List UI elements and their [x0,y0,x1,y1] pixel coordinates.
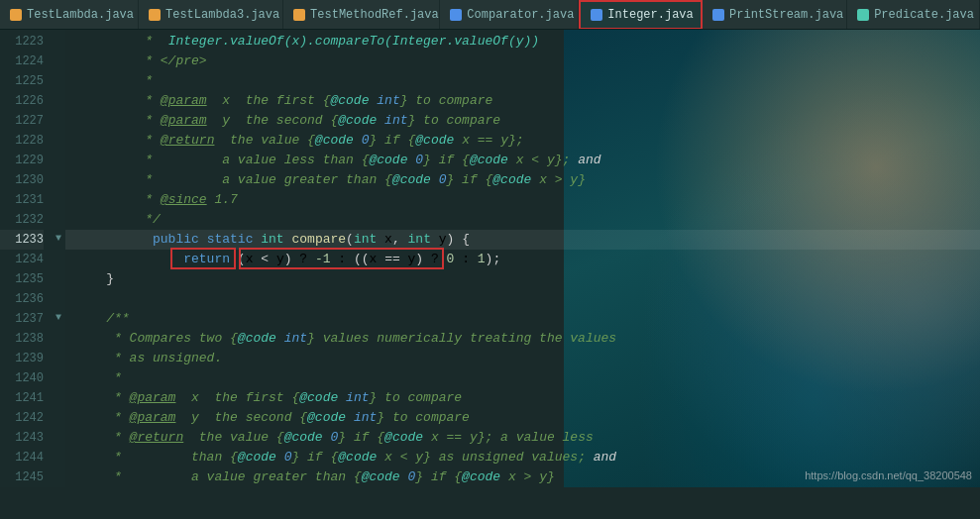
code-text-1241: * @param x the first {@code int} to comp… [75,388,462,408]
code-text-1239: * as unsigned. [75,349,222,368]
code-text-1238: * Compares two {@code int} values numeri… [75,329,616,349]
code-line-1239: * as unsigned. [65,349,980,368]
code-text-1237: /** [75,309,130,329]
line-num-1227: 1227 [0,111,44,131]
collapse-1240 [52,366,65,386]
code-text-1228: * @return the value {@code 0} if {@code … [75,131,524,151]
tab-testlambda3[interactable]: TestLambda3.java ✕ [139,0,283,30]
line-num-1242: 1242 [0,408,44,428]
code-text-1225: * [75,71,153,91]
code-line-1234: return (x < y) ? -1 : ((x == y) ? 0 : 1)… [65,250,980,269]
code-line-1242: * @param y the second {@code int} to com… [65,408,980,428]
tab-icon-integer [591,9,602,21]
code-line-1225: * [65,71,980,91]
collapse-1228 [52,129,65,149]
collapse-1227 [52,109,65,129]
collapse-1238 [52,327,65,347]
collapse-1229 [52,149,65,168]
tab-icon-printstream [712,9,724,21]
collapse-1223 [52,30,65,50]
code-line-1240: * [65,368,980,388]
app-container: TestLambda.java ✕ TestLambda3.java ✕ Tes… [0,0,980,487]
line-num-1243: 1243 [0,428,44,448]
code-line-1224: * </pre> [65,52,980,71]
collapse-1243 [52,426,65,446]
line-num-1237: 1237 [0,309,44,329]
tab-label-testmethodref: TestMethodRef.java [310,8,439,22]
collapse-1233: ▼ [52,228,65,248]
editor: 1223 1224 1225 1226 1227 1228 1229 1230 … [0,30,980,487]
collapse-1231 [52,188,65,208]
code-text-1230: * a value greater than {@code 0} if {@co… [75,170,586,190]
collapse-1236 [52,287,65,307]
line-num-1229: 1229 [0,151,44,170]
tab-integer[interactable]: Integer.java ✕ [579,0,703,30]
collapse-1224 [52,50,65,69]
collapse-1241 [52,386,65,406]
line-num-1235: 1235 [0,269,44,289]
code-line-1227: * @param y the second {@code int} to com… [65,111,980,131]
code-text-1231: * @since 1.7 [75,190,238,210]
collapse-1232 [52,208,65,228]
line-num-1244: 1244 [0,448,44,467]
code-text-1224: * </pre> [75,52,207,71]
tab-label-comparator: Comparator.java [467,8,574,22]
code-text-1240: * [75,368,122,388]
tab-printstream[interactable]: PrintStream.java ✕ [703,0,847,30]
code-line-1235: } [65,269,980,289]
tab-label-testlambda: TestLambda.java [27,8,134,22]
code-text-1244: * than {@code 0} if {@code x < y} as uns… [75,448,616,467]
line-num-1241: 1241 [0,388,44,408]
code-line-1231: * @since 1.7 [65,190,980,210]
code-line-1243: * @return the value {@code 0} if {@code … [65,428,980,448]
code-line-1241: * @param x the first {@code int} to comp… [65,388,980,408]
code-text-1245: * a value greater than {@code 0} if {@co… [75,467,555,487]
code-text-1229: * a value less than {@code 0} if {@code … [75,151,601,170]
line-num-1226: 1226 [0,91,44,111]
code-line-1223: * Integer.valueOf(x).compareTo(Integer.v… [65,32,980,52]
line-num-1238: 1238 [0,329,44,349]
code-text-1223: * Integer.valueOf(x).compareTo(Integer.v… [75,32,539,52]
code-line-1230: * a value greater than {@code 0} if {@co… [65,170,980,190]
code-line-1228: * @return the value {@code 0} if {@code … [65,131,980,151]
line-num-1228: 1228 [0,131,44,151]
line-num-1230: 1230 [0,170,44,190]
collapse-1226 [52,89,65,109]
code-text-1243: * @return the value {@code 0} if {@code … [75,428,594,448]
line-num-1245: 1245 [0,467,44,487]
line-num-1232: 1232 [0,210,44,230]
code-text-1235: } [75,269,114,289]
tab-icon-predicate [857,9,869,21]
collapse-1244 [52,446,65,466]
line-num-1240: 1240 [0,368,44,388]
collapse-1225 [52,69,65,89]
code-line-1226: * @param x the first {@code int} to comp… [65,91,980,111]
code-text-1226: * @param x the first {@code int} to comp… [75,91,492,111]
line-num-1233: 1233 [0,230,44,250]
collapse-1237: ▼ [52,307,65,327]
line-num-1224: 1224 [0,52,44,71]
tab-predicate[interactable]: Predicate.java ✕ [847,0,980,30]
code-line-1229: * a value less than {@code 0} if {@code … [65,151,980,170]
watermark: https://blog.csdn.net/qq_38200548 [805,469,972,481]
tab-testmethodref[interactable]: TestMethodRef.java ✕ [283,0,440,30]
collapse-1230 [52,168,65,188]
collapse-1242 [52,406,65,426]
line-num-1231: 1231 [0,190,44,210]
code-text-1236 [75,289,83,309]
tab-icon-comparator [450,9,462,21]
side-gutter: ▼ ▼ [52,30,65,487]
tab-testlambda[interactable]: TestLambda.java ✕ [0,0,139,30]
line-numbers: 1223 1224 1225 1226 1227 1228 1229 1230 … [0,30,52,487]
code-area[interactable]: * Integer.valueOf(x).compareTo(Integer.v… [65,30,980,487]
tab-bar: TestLambda.java ✕ TestLambda3.java ✕ Tes… [0,0,980,30]
collapse-1239 [52,347,65,366]
tab-label-integer: Integer.java [607,8,693,22]
tab-comparator[interactable]: Comparator.java ✕ [440,0,579,30]
code-text-1227: * @param y the second {@code int} to com… [75,111,500,131]
line-num-1239: 1239 [0,349,44,368]
line-num-1236: 1236 [0,289,44,309]
tab-label-predicate: Predicate.java [874,8,974,22]
collapse-1245 [52,466,65,485]
collapse-1234 [52,248,65,267]
